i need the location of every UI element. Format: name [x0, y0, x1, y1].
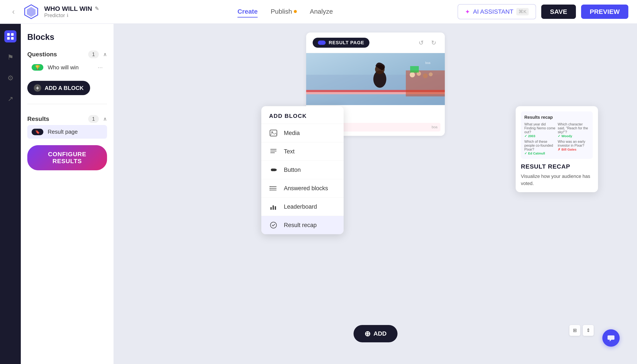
hero-svg: boa pexels: [306, 53, 445, 105]
divider: [27, 104, 107, 104]
block-item-who-will-win[interactable]: 🏆 Who will win ···: [27, 60, 107, 74]
sidebar-icon-grid[interactable]: [4, 30, 16, 42]
preview-button[interactable]: PREVIEW: [581, 4, 628, 19]
svg-text:boa: boa: [425, 61, 430, 64]
result-page-actions: ↺ ↻: [416, 38, 438, 48]
bookmark-icon: 🔖: [35, 130, 40, 134]
recap-q4: Who was an early investor in Pixar? ✗ Bi…: [558, 140, 589, 155]
svg-point-31: [270, 188, 270, 189]
topnav: ‹ WHO WILL WIN ✎ Predictor ℹ Create Publ…: [0, 0, 637, 24]
add-plus-icon: ⊕: [364, 329, 370, 338]
sidebar-icon-flag[interactable]: ⚑: [4, 51, 16, 63]
result-recap-icon: [269, 221, 278, 230]
recap-q1: What year did Finding Nemo come out? ✓ 2…: [524, 122, 556, 138]
media-icon: [269, 129, 278, 137]
answered-blocks-icon: [269, 184, 278, 192]
questions-section: Questions 1 ∧ 🏆 Who will win ···: [27, 48, 107, 74]
recap-q2: Which character said, "Reach for the sky…: [558, 122, 589, 138]
dropdown-item-button[interactable]: Button: [261, 160, 344, 179]
svg-rect-33: [270, 207, 272, 210]
ai-icon: ✦: [465, 8, 470, 16]
result-recap-card: Results recap What year did Finding Nemo…: [516, 106, 598, 192]
nav-right: ✦ AI ASSISTANT ⌘K SAVE PREVIEW: [458, 4, 628, 19]
ai-assistant-button[interactable]: ✦ AI ASSISTANT ⌘K: [458, 4, 536, 19]
dropdown-item-leaderboard[interactable]: Leaderboard: [261, 198, 344, 216]
recap-mini-card: Results recap What year did Finding Nemo…: [521, 111, 593, 159]
add-block-plus-icon: +: [34, 84, 41, 92]
result-page-badge: RESULT PAGE: [313, 38, 370, 48]
blocks-title: Blocks: [27, 32, 107, 42]
svg-point-13: [410, 72, 415, 77]
tab-publish[interactable]: Publish: [270, 6, 296, 18]
edit-icon[interactable]: ✎: [95, 6, 99, 12]
block-toggle-trophy: 🏆: [32, 64, 43, 71]
bookmark-toggle: 🔖: [32, 129, 43, 135]
app-title-area: WHO WILL WIN ✎ Predictor ℹ: [44, 5, 99, 18]
dropdown-item-answered-blocks[interactable]: Answered blocks: [261, 179, 344, 198]
layout-control-button[interactable]: ⇕: [583, 325, 594, 336]
svg-rect-35: [275, 206, 276, 210]
dropdown-item-media[interactable]: Media: [261, 124, 344, 142]
svg-marker-1: [27, 7, 36, 17]
dropdown-header: ADD BLOCK: [261, 106, 344, 124]
dropdown-item-button-label: Button: [284, 166, 301, 173]
results-section-header: Results 1 ∧: [27, 113, 107, 125]
svg-rect-5: [11, 37, 14, 40]
add-bottom-button[interactable]: ⊕ ADD: [354, 325, 398, 342]
dropdown-item-answered-blocks-label: Answered blocks: [284, 185, 328, 192]
add-block-button[interactable]: + ADD A BLOCK: [27, 81, 90, 95]
results-count: 1: [88, 115, 99, 123]
block-item-label: Who will win: [48, 64, 94, 71]
save-button[interactable]: SAVE: [541, 4, 576, 19]
blocks-panel: Blocks Questions 1 ∧ 🏆 Who will win ··· …: [21, 24, 114, 364]
app-title: WHO WILL WIN ✎: [44, 5, 99, 12]
hero-image: boa pexels: [306, 53, 445, 105]
result-page-item[interactable]: 🔖 Result page: [27, 125, 107, 139]
results-section: Results 1 ∧ 🔖 Result page: [27, 113, 107, 139]
dropdown-item-leaderboard-label: Leaderboard: [284, 204, 317, 210]
recap-mini-title: Results recap: [524, 115, 589, 120]
main-layout: ⚑ ⚙ ↗ Blocks Questions 1 ∧ 🏆 Who will wi…: [0, 24, 637, 364]
logo-area: ‹ WHO WILL WIN ✎ Predictor ℹ: [9, 3, 113, 20]
dropdown-item-result-recap[interactable]: Result recap: [261, 216, 344, 234]
svg-rect-17: [410, 66, 419, 72]
left-sidebar: ⚑ ⚙ ↗: [0, 24, 21, 364]
questions-chevron-icon[interactable]: ∧: [103, 51, 107, 58]
back-button[interactable]: ‹: [9, 7, 18, 16]
tab-create[interactable]: Create: [238, 6, 258, 18]
keyboard-shortcut: ⌘K: [516, 8, 529, 16]
canvas-area: RESULT PAGE ↺ ↻: [114, 24, 637, 364]
block-item-menu[interactable]: ···: [98, 64, 103, 71]
redo-button[interactable]: ↻: [429, 38, 438, 48]
badge-toggle: [318, 40, 326, 45]
add-block-dropdown: ADD BLOCK Media: [261, 106, 344, 234]
button-icon: [269, 166, 278, 174]
results-chevron-icon[interactable]: ∧: [103, 116, 107, 122]
grid-control-button[interactable]: ⊞: [570, 325, 580, 336]
tab-analyze[interactable]: Analyze: [310, 6, 333, 18]
text-icon: [269, 147, 278, 156]
nav-tabs: Create Publish Analyze: [119, 6, 451, 18]
sidebar-icon-gear[interactable]: ⚙: [4, 72, 16, 84]
chat-bubble-button[interactable]: [602, 329, 620, 347]
svg-point-15: [423, 74, 428, 78]
recap-grid: What year did Finding Nemo come out? ✓ 2…: [524, 122, 589, 155]
svg-point-36: [270, 222, 276, 228]
undo-button[interactable]: ↺: [416, 38, 426, 48]
sidebar-icon-share[interactable]: ↗: [4, 93, 16, 105]
svg-rect-20: [270, 130, 277, 136]
info-icon: ℹ: [67, 13, 68, 18]
svg-point-16: [429, 72, 433, 76]
recap-description: Visualize how your audience has voted.: [521, 173, 593, 187]
dropdown-item-media-label: Media: [284, 130, 300, 136]
results-label: Results: [27, 116, 49, 122]
app-subtitle: Predictor ℹ: [44, 12, 99, 18]
configure-results-button[interactable]: CONFIGURE RESULTS: [27, 145, 107, 170]
result-page-header: RESULT PAGE ↺ ↻: [306, 32, 445, 53]
questions-label: Questions: [27, 51, 57, 58]
dropdown-item-text[interactable]: Text: [261, 142, 344, 160]
recap-heading: RESULT RECAP: [521, 163, 593, 170]
dropdown-item-result-recap-label: Result recap: [284, 222, 317, 228]
svg-rect-3: [11, 33, 14, 36]
svg-rect-34: [272, 206, 274, 210]
